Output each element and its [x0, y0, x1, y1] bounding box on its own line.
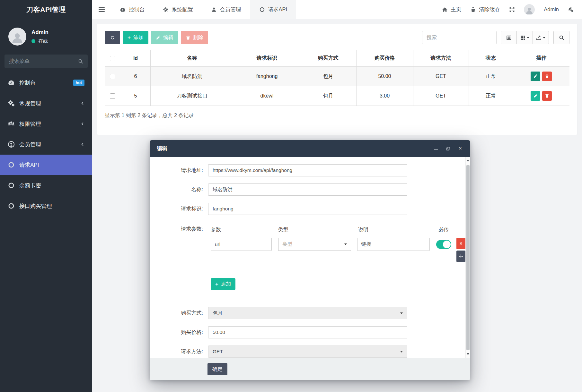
add-button-label: 添加 — [133, 34, 144, 41]
toggle-view-button[interactable] — [501, 31, 517, 44]
request-params-section: 请求参数: 参数 类型 说明 必传 类型 × — [150, 222, 465, 307]
settings-button[interactable] — [568, 7, 574, 13]
grid-icon — [520, 35, 525, 40]
table-search-input[interactable] — [422, 31, 497, 44]
avatar — [8, 28, 26, 46]
row-checkbox[interactable] — [110, 74, 115, 79]
cell-method: GET — [413, 67, 469, 86]
home-link[interactable]: 主页 — [442, 6, 461, 13]
circle-icon — [8, 202, 15, 209]
edit-button[interactable]: 编辑 — [151, 31, 178, 44]
request-url-input[interactable] — [208, 164, 407, 176]
slug-input[interactable] — [208, 203, 407, 215]
sidebar-item-permissions[interactable]: 权限管理 — [0, 114, 92, 134]
sidebar-item-label: 控制台 — [19, 79, 36, 87]
request-url-label: 请求地址: — [150, 167, 208, 174]
avatar[interactable] — [524, 4, 535, 15]
sidebar-item-general[interactable]: 常规管理 — [0, 93, 92, 114]
sidebar-search-input[interactable] — [9, 58, 78, 64]
export-icon — [536, 35, 542, 40]
dashboard-icon — [120, 7, 126, 13]
cell-id: 5 — [121, 86, 150, 106]
tab-dashboard[interactable]: 控制台 — [111, 0, 154, 19]
chevron-down-icon — [344, 243, 347, 245]
clear-cache-link[interactable]: 清除缓存 — [470, 6, 500, 13]
row-edit-button[interactable] — [531, 91, 540, 101]
column-header-price: 购买价格 — [356, 50, 413, 67]
column-header-name: 名称 — [150, 50, 234, 67]
trash-icon — [470, 7, 476, 13]
cell-status: 正常 — [469, 67, 513, 86]
sidebar-item-members[interactable]: 会员管理 — [0, 134, 92, 155]
table-row: 6 域名防洪 fanghong 包月 50.00 GET 正常 — [105, 67, 569, 86]
person-icon — [211, 7, 217, 13]
column-header-status: 状态 — [469, 50, 513, 67]
refresh-icon — [110, 35, 115, 40]
move-icon — [459, 254, 463, 259]
tab-request-api[interactable]: 请求API — [250, 0, 296, 19]
name-input[interactable] — [208, 183, 407, 196]
user-menu[interactable]: Admin — [544, 6, 559, 13]
modal-footer: 确定 — [150, 358, 470, 380]
chevron-left-icon — [81, 142, 84, 146]
sidebar-item-purchase-mgmt[interactable]: 接口购买管理 — [0, 196, 92, 216]
sidebar-item-balance-cards[interactable]: 余额卡密 — [0, 175, 92, 196]
close-icon[interactable]: × — [457, 146, 463, 151]
search-button[interactable] — [553, 31, 569, 44]
price-input[interactable] — [208, 326, 407, 338]
param-remove-button[interactable]: × — [456, 238, 465, 249]
cell-price: 50.00 — [356, 67, 413, 86]
table-header-row: id 名称 请求标识 购买方式 购买价格 请求方法 状态 操作 — [105, 50, 569, 67]
maximize-icon[interactable] — [445, 146, 451, 151]
pencil-icon — [533, 94, 538, 98]
sidebar-item-dashboard[interactable]: 控制台 hot — [0, 72, 92, 93]
row-checkbox[interactable] — [110, 93, 115, 99]
export-button[interactable] — [533, 31, 549, 44]
row-delete-button[interactable] — [542, 91, 552, 101]
type-col-header: 类型 — [278, 226, 352, 233]
select-all-checkbox[interactable] — [110, 56, 115, 61]
param-type-select[interactable]: 类型 — [278, 238, 351, 251]
tab-members[interactable]: 会员管理 — [202, 0, 250, 19]
chevron-down-icon — [527, 37, 529, 38]
sidebar-item-label: 会员管理 — [19, 141, 41, 148]
refresh-button[interactable] — [105, 31, 120, 44]
record-summary: 显示第 1 到第 2 条记录，总共 2 条记录 — [105, 112, 569, 119]
append-param-button[interactable]: + 追加 — [211, 278, 235, 290]
sidebar-item-label: 接口购买管理 — [19, 202, 52, 210]
hamburger-icon[interactable] — [92, 0, 111, 19]
top-navbar: 控制台 系统配置 会员管理 请求API 主页 清除缓存 A — [92, 0, 582, 19]
sidebar-item-request-api[interactable]: 请求API — [0, 155, 92, 175]
add-button[interactable]: + 添加 — [123, 31, 148, 44]
param-move-button[interactable] — [456, 251, 465, 262]
person-icon — [11, 31, 24, 44]
delete-button[interactable]: 删除 — [181, 31, 208, 44]
row-delete-button[interactable] — [542, 72, 552, 81]
row-edit-button[interactable] — [531, 72, 540, 81]
fullscreen-button[interactable] — [509, 7, 515, 13]
scrollbar-thumb[interactable] — [466, 165, 470, 350]
columns-button[interactable] — [517, 31, 533, 44]
scroll-down-icon[interactable] — [466, 352, 470, 356]
method-value: GET — [213, 349, 223, 354]
buy-mode-select[interactable]: 包月 — [208, 307, 407, 319]
minimize-icon[interactable] — [433, 146, 439, 151]
modal-scrollbar[interactable] — [465, 157, 470, 358]
search-icon — [559, 35, 564, 40]
user-panel: Admin 在线 — [0, 19, 92, 49]
scroll-up-icon[interactable] — [466, 158, 470, 163]
param-name-input[interactable] — [211, 238, 272, 251]
home-label: 主页 — [451, 6, 461, 13]
param-desc-input[interactable] — [357, 238, 430, 251]
method-select[interactable]: GET — [208, 345, 407, 358]
tab-system-config[interactable]: 系统配置 — [154, 0, 202, 19]
trash-icon — [545, 94, 549, 98]
trash-icon — [186, 35, 190, 40]
sidebar-item-label: 常规管理 — [19, 100, 41, 107]
modal-header: 编辑 × — [150, 140, 470, 157]
tab-label: 会员管理 — [220, 6, 241, 13]
required-toggle[interactable] — [436, 240, 451, 249]
slug-label: 请求标识: — [150, 206, 208, 212]
confirm-button[interactable]: 确定 — [207, 363, 227, 375]
column-header-id: id — [121, 50, 150, 67]
